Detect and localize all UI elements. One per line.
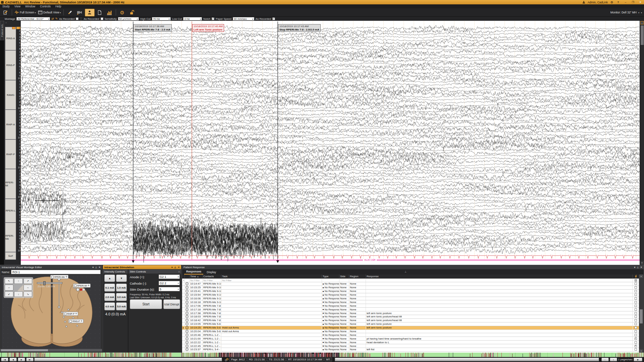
cell-stim-flag[interactable]: [633, 322, 639, 326]
response-row[interactable]: i10:16:18RPERI-Me 9-10 - 1...■No Respons…: [182, 300, 639, 304]
response-row[interactable]: i10:21:00RPERI-L 1-2 - 2.0 mA■No Respons…: [182, 337, 639, 341]
checkbox[interactable]: [635, 294, 637, 296]
patient-response-tool-button[interactable]: [85, 9, 95, 16]
checkbox[interactable]: [635, 319, 637, 321]
cell-stim-flag[interactable]: [633, 348, 639, 352]
checkbox[interactable]: [635, 305, 637, 307]
cell-stim-flag[interactable]: [633, 333, 639, 337]
electrode-label-chip[interactable]: RPERI-Mi✛: [73, 284, 91, 288]
pan-arrow-button[interactable]: ↓: [14, 291, 23, 297]
menu-item-view[interactable]: View: [12, 5, 23, 8]
checkbox[interactable]: [635, 323, 637, 325]
sensitivity-select[interactable]: 50 µV/mm▾: [118, 17, 139, 20]
monitor-dropdown[interactable]: ▾: [638, 11, 639, 14]
column-header-task[interactable]: Task: [221, 275, 322, 279]
cell-stim-flag[interactable]: [633, 293, 639, 297]
pan-arrow-button[interactable]: ↑: [14, 278, 23, 284]
roi-name-input[interactable]: ROI 1: [11, 270, 101, 274]
intensity-down-button[interactable]: ▼: [116, 275, 127, 282]
play-button[interactable]: ▶: [634, 358, 642, 361]
settings-gear-icon[interactable]: ⚙: [610, 1, 613, 4]
event-annotation[interactable]: 10/18/2019 10:17:38 AMStart RPERI-Me 7-8…: [133, 24, 172, 32]
tab-pin-icon[interactable]: ⊥: [405, 270, 407, 273]
cell-stim-flag[interactable]: [633, 315, 639, 319]
cell-stim-flag[interactable]: [633, 297, 639, 301]
stim-duration-select[interactable]: 5▾: [159, 287, 180, 291]
response-row[interactable]: i10:14:47RPERI-Me 9-10 - 5...■No Respons…: [182, 282, 639, 286]
response-table-scrollbar[interactable]: ▲ ▼: [639, 275, 643, 353]
response-row[interactable]: i10:20:04RPERI-Me 5-6 - 3.0...Hold out A…: [182, 330, 639, 334]
lock-button[interactable]: [127, 9, 137, 16]
last-page-button[interactable]: ▶|: [26, 358, 34, 361]
close-icon[interactable]: ✕: [178, 266, 180, 269]
filter-cell[interactable]: [339, 279, 349, 282]
channel-group-label[interactable]: RPERI-L: [5, 199, 16, 223]
next-page-button[interactable]: ▶: [18, 358, 25, 361]
cell-stim-flag[interactable]: [633, 308, 639, 311]
pin-icon[interactable]: ⊥: [637, 266, 639, 269]
collapse-icon[interactable]: ▾: [634, 266, 635, 269]
speed-minus-button[interactable]: −: [601, 358, 609, 361]
collapse-icon[interactable]: ▾: [92, 266, 94, 269]
checkbox[interactable]: [635, 297, 637, 300]
event-annotation[interactable]: 10/18/2019 10:17:43 AMStop RPERI-Me 7-8 …: [278, 24, 321, 32]
video-button[interactable]: [75, 9, 84, 16]
filter-cell[interactable]: [349, 279, 366, 282]
full-screen-dropdown[interactable]: Full Screen▾: [14, 9, 37, 16]
new-document-button[interactable]: [95, 9, 104, 16]
hscroll-thumb[interactable]: [1, 349, 48, 351]
checkbox[interactable]: [635, 283, 637, 285]
scroll-up-icon[interactable]: ▲: [639, 275, 643, 278]
pan-arrow-button[interactable]: →: [23, 285, 32, 290]
pin-icon[interactable]: ⊥: [174, 266, 176, 269]
cell-stim-flag[interactable]: [633, 282, 639, 286]
intensity-0.1-ma-button[interactable]: 0.1 mA: [104, 284, 115, 292]
close-icon[interactable]: ✕: [640, 266, 642, 269]
electrode-contact[interactable]: [76, 288, 79, 291]
channel-group-label[interactable]: RPERI-Me: [5, 223, 16, 252]
cell-stim-flag[interactable]: [633, 341, 639, 344]
cell-stim-flag[interactable]: [633, 326, 639, 330]
cell-stim-flag[interactable]: [633, 300, 639, 304]
cathode-select[interactable]: G2 2▾: [159, 281, 180, 285]
cell-stim-flag[interactable]: [633, 304, 639, 308]
as-recorded-checkbox-1[interactable]: [76, 17, 78, 20]
notch-checkbox[interactable]: [212, 17, 214, 20]
as-recorded-checkbox-2[interactable]: [101, 17, 103, 20]
pan-arrow-button[interactable]: ←: [5, 285, 13, 290]
zoom-slider[interactable]: [37, 282, 62, 284]
cell-stim-flag[interactable]: [633, 330, 639, 334]
response-row[interactable]: i10:22:45RPERI-L 1-2 - 4.0 mA■No Respons…: [182, 344, 639, 348]
checkbox[interactable]: [635, 301, 637, 303]
help-button[interactable]: ?: [616, 1, 621, 4]
chip-checkbox[interactable]: [74, 285, 76, 287]
checkbox[interactable]: [635, 308, 637, 311]
channel-group-label[interactable]: RPERI-Mi: [5, 169, 16, 199]
page-scrollbar-left[interactable]: [34, 358, 222, 361]
start-button[interactable]: Start: [130, 299, 162, 309]
intensity-3.0-ma-button[interactable]: 3.0 mA: [116, 293, 127, 301]
electrode-label-chip[interactable]: RPERI-Me✛: [50, 275, 68, 279]
chip-checkbox[interactable]: [64, 313, 66, 315]
channel-group-label[interactable]: RAMG: [5, 80, 16, 110]
cell-stim-flag[interactable]: [633, 286, 639, 290]
histogram-button[interactable]: [105, 9, 114, 16]
checkbox[interactable]: [635, 330, 637, 333]
eeg-trace-area[interactable]: HL20 CSR 10/18/2019 10:17:38 AMStart RPE…: [21, 21, 640, 265]
column-header-region[interactable]: Region: [349, 275, 366, 279]
cell-stim-flag[interactable]: [633, 290, 639, 293]
pin-icon[interactable]: ⊥: [95, 266, 97, 269]
menu-item-help[interactable]: Help: [53, 5, 63, 8]
menu-item-window[interactable]: Window: [23, 5, 38, 8]
high-cut-select[interactable]: 70 Hz▾: [152, 17, 171, 20]
response-row[interactable]: i10:20:46RPERI-L 1-2 - 1.0 mA■No Respons…: [182, 333, 639, 337]
channel-group-label[interactable]: Surf: [5, 252, 16, 260]
eeg-canvas[interactable]: [21, 21, 640, 265]
intensity-1.0-ma-button[interactable]: 1.0 mA: [116, 284, 127, 292]
response-row[interactable]: i10:17:06RPERI-Me 7-8 - 1.0...■No Respon…: [182, 304, 639, 308]
cell-stim-flag[interactable]: [633, 344, 639, 348]
tab-responses[interactable]: Responses: [184, 269, 203, 275]
response-row[interactable]: i10:15:54RPERI-Me 9-10 - 8...■No Respons…: [182, 293, 639, 297]
monitor-dropdown-2[interactable]: ▾: [641, 11, 642, 14]
intensity-up-button[interactable]: ▲: [104, 275, 115, 282]
